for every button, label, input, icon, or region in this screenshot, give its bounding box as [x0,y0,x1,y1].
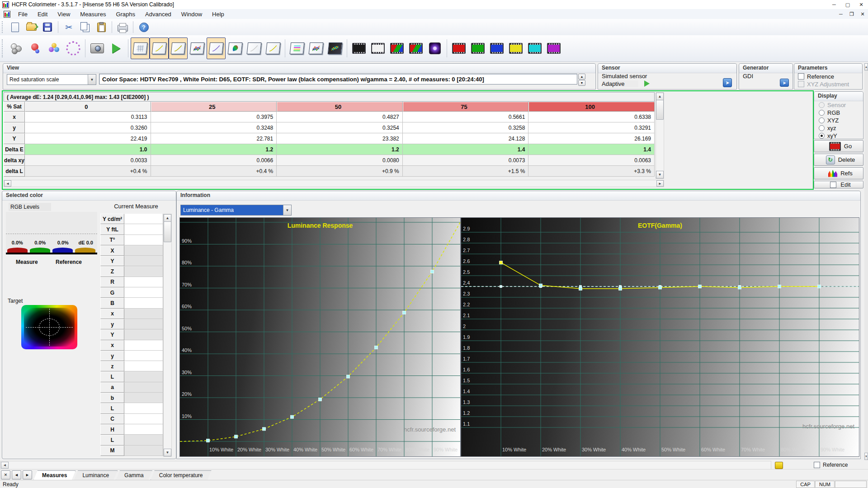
new-file-button[interactable] [7,20,23,34]
table-cell[interactable]: 0.0080 [277,155,403,166]
table-cell[interactable]: 1.4 [403,144,529,155]
contrast-chart-view-button[interactable] [264,38,283,59]
close-icon[interactable]: ✕ [854,0,868,9]
menu-item-graphs[interactable]: Graphs [111,11,140,18]
scroll-down-icon[interactable]: ▼ [164,449,171,456]
toolbar-grip[interactable] [2,39,5,58]
table-cell[interactable]: +3.3 % [528,166,655,177]
scrollbar-thumb[interactable] [164,221,171,242]
measure-row-value[interactable] [124,245,163,256]
info-spinner[interactable]: ▲ ▼ [578,74,585,84]
reference-checkbox[interactable]: Reference [798,73,834,80]
rgb-levels-chart-view-button[interactable] [188,38,207,59]
measure-row-value[interactable] [124,361,163,371]
go-button[interactable]: Go [814,140,863,152]
table-cell[interactable]: 0.3254 [277,122,403,133]
table-cell[interactable]: 0.3248 [151,122,277,133]
copy-button[interactable] [77,20,93,34]
table-cell[interactable]: +0.4 % [151,166,277,177]
scroll-up-icon[interactable]: ▲ [656,93,664,100]
measure-row-value[interactable] [124,446,163,456]
scroll-down-icon[interactable]: ▼ [656,171,664,178]
measure-row-value[interactable] [124,435,163,445]
workspace-scrollbar[interactable]: ▲ ▼ [864,63,868,460]
menu-item-help[interactable]: Help [207,11,229,18]
open-file-button[interactable] [23,20,39,34]
table-cell[interactable]: +0.9 % [277,166,403,177]
menu-item-edit[interactable]: Edit [33,11,52,18]
bottom-horizontal-scrollbar[interactable]: ◄ [0,461,771,469]
table-cell[interactable]: 0.0033 [25,155,151,166]
table-cell[interactable]: 1.4 [528,144,655,155]
mdi-restore-icon[interactable]: ❐ [846,11,857,17]
table-cell[interactable]: 0.3975 [151,112,277,122]
free-measures-view-button[interactable] [326,38,344,59]
mdi-minimize-icon[interactable]: ─ [835,11,846,17]
cut-button[interactable]: ✂ [61,20,77,34]
measure-blue-button[interactable] [487,38,506,59]
table-cell[interactable]: 1.0 [25,144,151,155]
secondaries-measure-button[interactable] [45,38,64,59]
measure-row-value[interactable] [124,214,163,224]
edit-toggle[interactable]: Edit [814,181,863,188]
measures-grid-view-button[interactable] [131,38,150,59]
table-cell[interactable]: 1.2 [277,144,403,155]
column-header-0[interactable]: 0 [25,102,151,112]
measure-primaries-film-button[interactable] [387,38,406,59]
checkbox-icon[interactable] [814,462,820,468]
grayscale-measure-button[interactable] [7,38,26,59]
table-cell[interactable]: 0.3113 [25,112,151,122]
maximize-icon[interactable]: ▢ [841,0,854,9]
table-cell[interactable]: 0.4827 [277,112,403,122]
minimize-icon[interactable]: ─ [827,0,841,9]
table-cell[interactable]: 1.2 [151,144,277,155]
table-cell[interactable]: 26.169 [528,133,655,144]
colorbars-chart-view-button[interactable] [288,38,307,59]
column-header-50[interactable]: 50 [277,102,403,112]
table-cell[interactable]: 0.0066 [151,155,277,166]
cie-diagram-view-button[interactable] [226,38,245,59]
table-cell[interactable]: +0.4 % [25,166,151,177]
radio-icon[interactable] [819,133,825,139]
table-cell[interactable]: 0.6338 [528,112,655,122]
measure-row-value[interactable] [124,298,163,308]
table-cell[interactable]: 0.3260 [25,122,151,133]
measure-row-value[interactable] [124,340,163,351]
measure-magenta-button[interactable] [544,38,563,59]
table-horizontal-scrollbar[interactable]: ◄ ► [4,180,664,187]
saturation-measure-button[interactable] [64,38,83,59]
checkbox-icon[interactable] [798,73,804,80]
print-button[interactable] [114,20,131,34]
help-about-button[interactable]: ? [136,20,152,34]
measure-contrast-button[interactable] [425,38,444,59]
sensor-settings-icon[interactable]: ➤ [723,78,732,87]
measure-white-button[interactable] [368,38,387,59]
menu-item-measures[interactable]: Measures [75,11,111,18]
tab-luminance[interactable]: Luminance [74,470,118,480]
display-option-xyY[interactable]: xyY [819,132,846,140]
color-temp-chart-view-button[interactable] [245,38,264,59]
radio-icon[interactable] [819,110,825,116]
generator-settings-icon[interactable]: ➤ [780,79,789,87]
checkbox-icon[interactable] [830,182,836,188]
refs-button[interactable]: Refs [814,167,863,179]
nearblack-chart-view-button[interactable] [207,38,226,59]
tab-measures[interactable]: Measures [33,470,75,480]
measure-row-value[interactable] [124,266,163,277]
measure-green-button[interactable] [468,38,487,59]
menu-item-file[interactable]: File [13,11,33,18]
scroll-right-icon[interactable]: ► [656,180,664,187]
table-cell[interactable]: 0.0063 [528,155,655,166]
display-option-XYZ[interactable]: XYZ [819,117,846,124]
toolbar-grip[interactable] [2,21,5,33]
chevron-down-icon[interactable]: ▼ [283,205,291,215]
measure-row-value[interactable] [124,414,163,424]
radio-icon[interactable] [819,117,825,123]
table-cell[interactable]: 22.419 [25,133,151,144]
table-cell[interactable]: 0.3258 [403,122,529,133]
scale-selector[interactable]: Red saturation scale ▼ [7,74,96,85]
sensor-run-icon[interactable] [644,80,650,87]
measure-row-value[interactable] [124,351,163,361]
delete-button[interactable]: ↻ Delete [814,154,863,166]
measure-row-value[interactable] [124,424,163,435]
